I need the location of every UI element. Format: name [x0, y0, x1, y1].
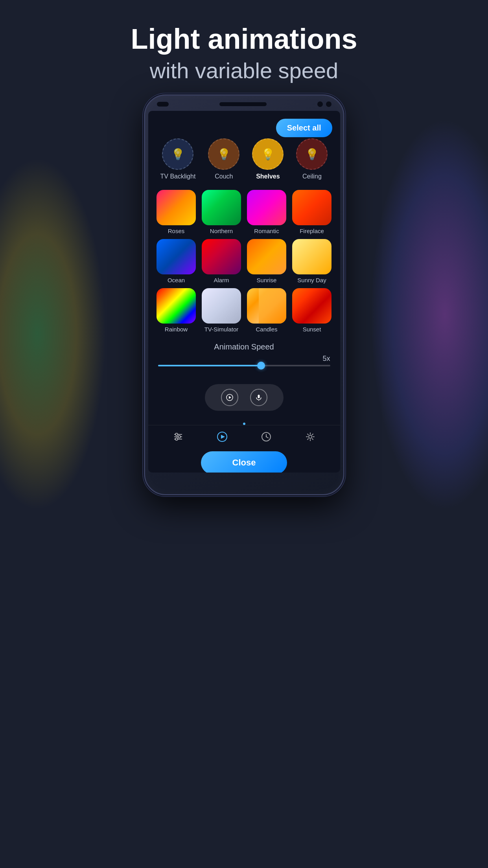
anim-label-northern: Northern [210, 228, 233, 234]
mic-button[interactable] [250, 389, 267, 406]
light-item-ceiling[interactable]: 💡 Ceiling [296, 138, 328, 180]
anim-label-sunnyday: Sunny Day [297, 277, 326, 283]
nav-gear[interactable] [305, 431, 316, 442]
anim-label-rainbow: Rainbow [165, 326, 188, 333]
swatch-sunrise [247, 239, 286, 274]
light-circle-tv: 💡 [162, 138, 193, 170]
speed-title: Animation Speed [158, 342, 330, 351]
bulb-icon-couch: 💡 [217, 148, 231, 161]
anim-label-alarm: Alarm [214, 277, 229, 283]
light-label-ceiling: Ceiling [302, 173, 322, 180]
anim-item-romantic[interactable]: Romantic [247, 190, 287, 234]
camera-left [157, 102, 169, 107]
bulb-icon-shelves: 💡 [261, 148, 275, 161]
animation-grid: Roses Northern Romantic Fireplace Ocean … [148, 186, 340, 337]
anim-label-romantic: Romantic [254, 228, 279, 234]
speaker [219, 102, 267, 106]
phone-btn-left1 [144, 154, 145, 174]
phone-screen: Select all 💡 TV Backlight 💡 Couch 💡 Shel… [148, 111, 340, 473]
header: Light animations with variable speed [0, 0, 488, 95]
svg-marker-1 [229, 396, 231, 399]
phone-btn-left3 [144, 221, 145, 253]
anim-item-rainbow[interactable]: Rainbow [156, 288, 197, 333]
close-button-wrap: Close [148, 448, 340, 473]
light-label-couch: Couch [215, 173, 233, 180]
light-item-tv[interactable]: 💡 TV Backlight [160, 138, 196, 180]
light-circle-ceiling: 💡 [296, 138, 328, 170]
slider-fill [158, 365, 261, 366]
nav-clock[interactable] [261, 431, 272, 442]
light-label-tv: TV Backlight [160, 173, 196, 180]
nav-sliders[interactable] [173, 431, 184, 442]
svg-point-15 [309, 435, 312, 438]
light-circle-shelves: 💡 [252, 138, 284, 170]
anim-item-ocean[interactable]: Ocean [156, 239, 197, 283]
swatch-ocean [157, 239, 196, 274]
anim-label-candles: Candles [256, 326, 277, 333]
speed-section: Animation Speed 5x [148, 337, 340, 370]
bottom-nav [148, 425, 340, 448]
anim-item-alarm[interactable]: Alarm [201, 239, 242, 283]
anim-item-sunset[interactable]: Sunset [292, 288, 332, 333]
svg-point-7 [175, 433, 178, 436]
speed-value: 5x [158, 355, 330, 363]
phone-btn-left2 [144, 182, 145, 213]
anim-item-northern[interactable]: Northern [201, 190, 242, 234]
light-item-shelves[interactable]: 💡 Shelves [252, 138, 284, 180]
bulb-icon-tv: 💡 [171, 148, 185, 161]
phone-frame: Select all 💡 TV Backlight 💡 Couch 💡 Shel… [144, 94, 344, 495]
anim-item-roses[interactable]: Roses [156, 190, 197, 234]
anim-item-candles[interactable]: Candles [247, 288, 287, 333]
select-all-button[interactable]: Select all [276, 119, 332, 137]
anim-label-ocean: Ocean [168, 277, 185, 283]
svg-line-14 [266, 437, 268, 438]
anim-item-sunnyday[interactable]: Sunny Day [292, 239, 332, 283]
svg-rect-2 [258, 395, 260, 398]
anim-label-roses: Roses [168, 228, 185, 234]
play-button[interactable] [221, 389, 238, 406]
svg-point-8 [178, 436, 180, 438]
swatch-tvsim [202, 288, 241, 324]
notch-dot [317, 101, 323, 107]
speed-slider[interactable] [158, 365, 330, 366]
anim-label-tvsim: TV-Simulator [204, 326, 239, 333]
swatch-sunnyday [292, 239, 331, 274]
swatch-northern [202, 190, 241, 225]
slider-thumb[interactable] [257, 362, 265, 370]
media-controls [205, 384, 284, 411]
light-circle-couch: 💡 [208, 138, 239, 170]
swatch-candles [247, 288, 286, 324]
anim-label-sunset: Sunset [303, 326, 321, 333]
light-item-couch[interactable]: 💡 Couch [208, 138, 239, 180]
swatch-fireplace [292, 190, 331, 225]
title-line1: Light animations [0, 24, 488, 55]
anim-item-fireplace[interactable]: Fireplace [292, 190, 332, 234]
anim-item-tvsim[interactable]: TV-Simulator [201, 288, 242, 333]
anim-label-sunrise: Sunrise [257, 277, 277, 283]
swatch-rainbow [157, 288, 196, 324]
close-button[interactable]: Close [201, 451, 287, 473]
notch-dot-2 [326, 101, 331, 107]
bulb-icon-ceiling: 💡 [305, 148, 319, 161]
svg-marker-11 [221, 435, 225, 439]
notch-bar [145, 96, 343, 111]
anim-label-fireplace: Fireplace [300, 228, 324, 234]
swatch-alarm [202, 239, 241, 274]
swatch-romantic [247, 190, 286, 225]
swatch-roses [157, 190, 196, 225]
nav-play[interactable] [217, 431, 228, 442]
camera-right [317, 101, 331, 107]
light-label-shelves: Shelves [256, 173, 280, 180]
swatch-sunset [292, 288, 331, 324]
anim-item-sunrise[interactable]: Sunrise [247, 239, 287, 283]
phone-btn-right [343, 174, 344, 202]
svg-point-9 [175, 438, 178, 440]
title-line2: with variable speed [0, 58, 488, 83]
